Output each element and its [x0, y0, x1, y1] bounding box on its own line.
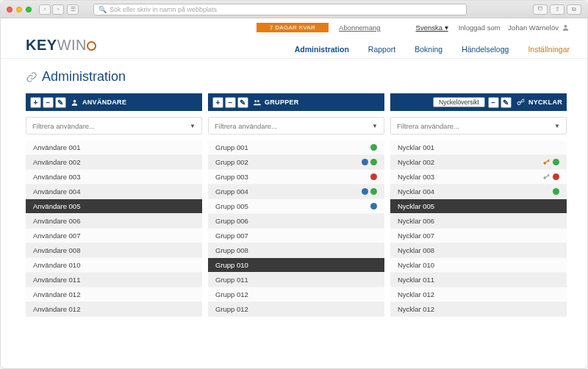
list-item[interactable]: Grupp 007 [208, 229, 384, 243]
list-item-status [370, 144, 377, 151]
groups-filter-placeholder: Filtrera användare... [215, 122, 277, 130]
list-item[interactable]: Grupp 012 [208, 302, 384, 317]
key-overview-button[interactable]: Nyckelöversikt [433, 97, 485, 107]
nav-administration[interactable]: Administration [295, 45, 349, 54]
status-dot-blue [370, 203, 377, 209]
list-item[interactable]: Nycklar 012 [390, 287, 567, 302]
list-item[interactable]: Användare 004 [26, 184, 202, 199]
maximize-icon[interactable] [26, 7, 32, 12]
list-item[interactable]: Nycklar 004 [390, 184, 567, 199]
login-status[interactable]: Inloggad som Johan Wärnelöv [459, 24, 570, 32]
brand-logo: KEYWIN [26, 37, 97, 54]
user-icon [71, 98, 79, 107]
status-dot-blue [362, 188, 368, 195]
list-item[interactable]: Grupp 011 [208, 273, 384, 287]
forward-button[interactable]: › [52, 4, 64, 15]
keys-edit-button[interactable]: ✎ [501, 97, 512, 108]
users-remove-button[interactable]: − [43, 97, 54, 108]
link-icon [26, 71, 37, 83]
sidebar-toggle-button[interactable]: ☰ [67, 4, 79, 15]
list-item[interactable]: Grupp 006 [208, 214, 384, 229]
list-item-label: Nycklar 008 [398, 246, 434, 254]
groups-edit-button[interactable]: ✎ [237, 97, 248, 108]
list-item-status [362, 159, 377, 165]
column-groups-label: GRUPPER [265, 98, 299, 106]
list-item[interactable]: Grupp 002 [208, 155, 384, 170]
keys-remove-button[interactable]: − [488, 97, 499, 108]
users-filter-placeholder: Filtrera användare... [32, 122, 95, 130]
list-item[interactable]: Användare 003 [26, 170, 202, 184]
language-selector[interactable]: Svenska ▾ [416, 24, 448, 32]
user-icon [562, 24, 570, 32]
list-item[interactable]: Nycklar 011 [390, 273, 567, 287]
app-window: ‹ › ☰ 🔍 Sök eller skriv in namn på webbp… [0, 0, 588, 369]
groups-remove-button[interactable]: − [225, 97, 236, 108]
list-item[interactable]: Nycklar 005 [390, 199, 567, 214]
users-add-button[interactable]: + [30, 97, 41, 108]
list-item[interactable]: Nycklar 001 [390, 140, 567, 155]
address-placeholder: Sök eller skriv in namn på webbplats [110, 6, 217, 13]
list-item[interactable]: Grupp 008 [208, 243, 384, 258]
nav-bokning[interactable]: Bokning [415, 45, 442, 54]
list-item[interactable]: Användare 010 [26, 258, 202, 273]
list-item[interactable]: Grupp 001 [208, 140, 384, 155]
list-item[interactable]: Nycklar 010 [390, 258, 567, 273]
groups-filter[interactable]: Filtrera användare... ▼ [208, 117, 384, 135]
list-item-status [542, 158, 559, 166]
brand-part-2: WIN [57, 37, 87, 53]
address-bar[interactable]: 🔍 Sök eller skriv in namn på webbplats [93, 4, 467, 15]
column-users-header: + − ✎ ANVÄNDARE [26, 93, 202, 111]
list-item[interactable]: Användare 012 [26, 287, 202, 302]
list-item[interactable]: Användare 008 [26, 243, 202, 258]
status-dot-green [370, 188, 377, 195]
list-item[interactable]: Grupp 004 [208, 184, 384, 199]
browser-nav: ‹ › [39, 4, 64, 15]
svg-point-6 [543, 176, 546, 179]
list-item[interactable]: Användare 007 [26, 229, 202, 243]
users-edit-button[interactable]: ✎ [55, 97, 66, 108]
chevron-down-icon: ▼ [554, 123, 560, 129]
share-icon[interactable]: ⇪ [550, 4, 564, 15]
list-item[interactable]: Grupp 012 [208, 287, 384, 302]
nav-handelselogg[interactable]: Händelselogg [462, 45, 509, 54]
nav-rapport[interactable]: Rapport [368, 45, 395, 54]
list-item[interactable]: Nycklar 008 [390, 243, 567, 258]
list-item[interactable]: Användare 011 [26, 273, 202, 287]
login-user: Johan Wärnelöv [508, 24, 559, 32]
list-item-status [542, 173, 559, 181]
list-item[interactable]: Användare 001 [26, 140, 202, 155]
list-item[interactable]: Grupp 005 [208, 199, 384, 214]
list-item[interactable]: Grupp 003 [208, 170, 384, 184]
nav-installningar[interactable]: Inställningar [528, 45, 570, 54]
list-item-label: Användare 007 [33, 232, 80, 240]
list-item[interactable]: Användare 005 [26, 199, 202, 214]
list-item[interactable]: Nycklar 007 [390, 229, 567, 243]
list-item[interactable]: Grupp 010 [208, 258, 384, 273]
status-dot-green [553, 159, 559, 165]
users-filter[interactable]: Filtrera användare... ▼ [26, 117, 202, 135]
status-dot-red [370, 173, 377, 180]
list-item[interactable]: Nycklar 012 [390, 302, 567, 317]
list-item-label: Användare 010 [33, 261, 80, 269]
list-item[interactable]: Nycklar 003 [390, 170, 567, 184]
list-item[interactable]: Nycklar 006 [390, 214, 567, 229]
keys-filter[interactable]: Filtrera användare... ▼ [390, 117, 567, 135]
list-item-label: Användare 002 [33, 158, 80, 166]
svg-point-0 [564, 25, 567, 28]
subscription-link[interactable]: Abonnemang [339, 24, 381, 32]
page-content: Administration + − ✎ ANVÄNDARE Filtrera … [1, 59, 587, 368]
minimize-icon[interactable] [16, 7, 22, 12]
list-item-label: Grupp 011 [215, 276, 248, 284]
window-controls [7, 7, 32, 12]
svg-point-2 [254, 100, 257, 102]
tabs-icon[interactable]: ⧉ [567, 4, 581, 15]
list-item[interactable]: Användare 012 [26, 302, 202, 317]
shield-icon[interactable]: ⛉ [533, 4, 548, 15]
list-item[interactable]: Användare 006 [26, 214, 202, 229]
status-dot-red [553, 173, 559, 180]
list-item[interactable]: Nycklar 002 [390, 155, 567, 170]
list-item[interactable]: Användare 002 [26, 155, 202, 170]
back-button[interactable]: ‹ [39, 4, 51, 15]
groups-add-button[interactable]: + [212, 97, 223, 108]
close-icon[interactable] [7, 7, 12, 12]
